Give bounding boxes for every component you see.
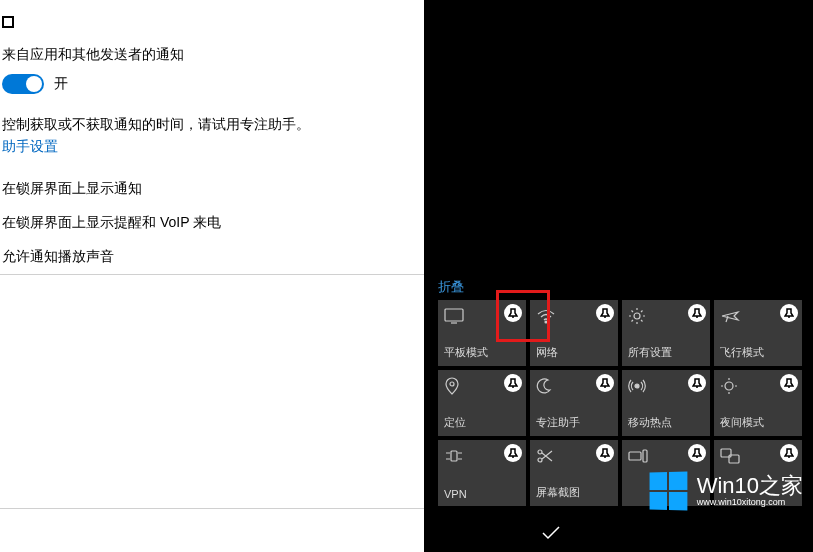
tile-label: 屏幕截图: [536, 485, 612, 500]
tile-label: 定位: [444, 415, 520, 430]
panel-glyph: [2, 16, 14, 28]
watermark: Win10之家 www.win10xitong.com: [649, 472, 803, 510]
tile-label: 网络: [536, 345, 612, 360]
pin-icon[interactable]: [596, 304, 614, 322]
toggle-pill: [2, 74, 44, 94]
pin-icon[interactable]: [504, 304, 522, 322]
tile-label: 所有设置: [628, 345, 704, 360]
tile-label: 专注助手: [536, 415, 612, 430]
pin-icon[interactable]: [504, 374, 522, 392]
pin-icon[interactable]: [688, 304, 706, 322]
tile-label: VPN: [444, 488, 520, 500]
notification-sound-option[interactable]: 允许通知播放声音: [2, 248, 424, 266]
airplane-icon: [720, 306, 740, 326]
moon-icon: [536, 376, 556, 396]
tile-all-settings[interactable]: 所有设置: [622, 300, 710, 366]
collapse-link[interactable]: 折叠: [438, 278, 464, 296]
tile-focus-assist[interactable]: 专注助手: [530, 370, 618, 436]
svg-rect-10: [643, 450, 647, 462]
done-check-icon[interactable]: [541, 525, 561, 544]
snip-icon: [536, 446, 556, 466]
divider: [0, 274, 424, 275]
svg-point-5: [725, 382, 733, 390]
tile-network[interactable]: 网络: [530, 300, 618, 366]
tile-night-light[interactable]: 夜间模式: [714, 370, 802, 436]
project-icon: [720, 446, 740, 466]
wifi-icon: [536, 306, 556, 326]
svg-rect-0: [445, 309, 463, 321]
pin-icon[interactable]: [780, 374, 798, 392]
night-icon: [720, 376, 740, 396]
svg-rect-6: [451, 451, 457, 461]
hotspot-icon: [628, 376, 648, 396]
svg-point-3: [450, 382, 454, 386]
notifications-label: 来自应用和其他发送者的通知: [2, 46, 424, 64]
svg-point-1: [545, 321, 547, 323]
lockscreen-reminders-option[interactable]: 在锁屏界面上显示提醒和 VoIP 来电: [2, 214, 424, 232]
svg-rect-9: [629, 452, 641, 460]
location-icon: [444, 376, 464, 396]
tile-mobile-hotspot[interactable]: 移动热点: [622, 370, 710, 436]
toggle-knob: [26, 76, 42, 92]
tile-label: 平板模式: [444, 345, 520, 360]
action-center-panel: 折叠 平板模式 网络 所有设置 飞行模式 定位: [424, 0, 813, 552]
svg-point-8: [538, 458, 542, 462]
notifications-toggle[interactable]: 开: [2, 74, 424, 94]
svg-point-4: [635, 384, 639, 388]
tile-screen-snip[interactable]: 屏幕截图: [530, 440, 618, 506]
svg-point-7: [538, 450, 542, 454]
tile-label: 移动热点: [628, 415, 704, 430]
tile-tablet-mode[interactable]: 平板模式: [438, 300, 526, 366]
pin-icon[interactable]: [504, 444, 522, 462]
watermark-url: www.win10xitong.com: [697, 498, 803, 508]
settings-panel: 来自应用和其他发送者的通知 开 控制获取或不获取通知的时间，请试用专注助手。 助…: [0, 0, 424, 552]
tile-vpn[interactable]: VPN: [438, 440, 526, 506]
tile-label: 飞行模式: [720, 345, 796, 360]
focus-assist-desc: 控制获取或不获取通知的时间，请试用专注助手。: [2, 116, 424, 134]
lockscreen-notifications-option[interactable]: 在锁屏界面上显示通知: [2, 180, 424, 198]
watermark-title: Win10之家: [697, 474, 803, 498]
pin-icon[interactable]: [688, 374, 706, 392]
tablet-icon: [444, 306, 464, 326]
tile-label: 夜间模式: [720, 415, 796, 430]
svg-point-2: [634, 313, 640, 319]
connect-icon: [628, 446, 648, 466]
pin-icon[interactable]: [780, 444, 798, 462]
pin-icon[interactable]: [596, 374, 614, 392]
toggle-state-label: 开: [54, 75, 68, 93]
divider: [0, 508, 424, 509]
pin-icon[interactable]: [780, 304, 798, 322]
vpn-icon: [444, 446, 464, 466]
pin-icon[interactable]: [596, 444, 614, 462]
gear-icon: [628, 306, 648, 326]
pin-icon[interactable]: [688, 444, 706, 462]
tile-airplane-mode[interactable]: 飞行模式: [714, 300, 802, 366]
tile-location[interactable]: 定位: [438, 370, 526, 436]
focus-assist-link[interactable]: 助手设置: [2, 138, 424, 156]
windows-logo-icon: [649, 472, 687, 511]
